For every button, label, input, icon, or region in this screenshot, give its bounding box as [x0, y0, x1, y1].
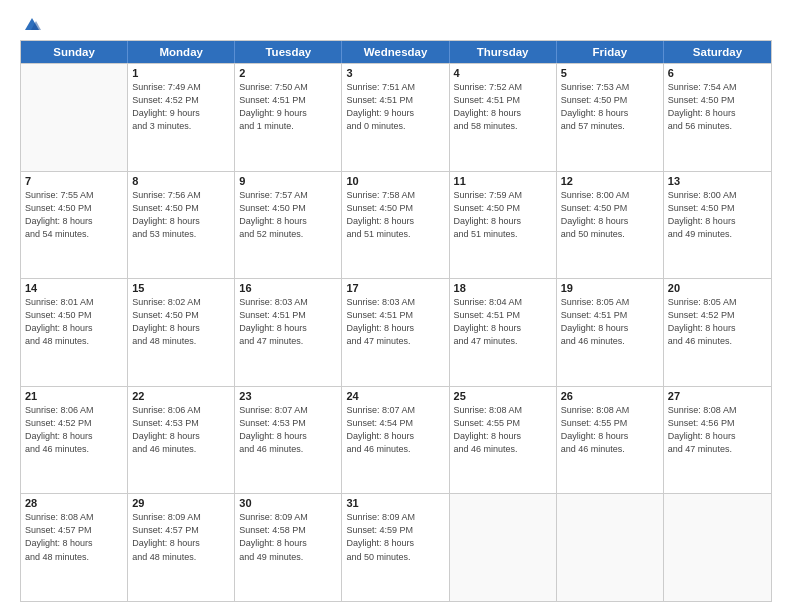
- day-info: Sunrise: 8:03 AMSunset: 4:51 PMDaylight:…: [346, 296, 444, 348]
- day-info: Sunrise: 8:07 AMSunset: 4:53 PMDaylight:…: [239, 404, 337, 456]
- cal-week-row: 21Sunrise: 8:06 AMSunset: 4:52 PMDayligh…: [21, 386, 771, 494]
- day-info: Sunrise: 8:03 AMSunset: 4:51 PMDaylight:…: [239, 296, 337, 348]
- cal-week-row: 28Sunrise: 8:08 AMSunset: 4:57 PMDayligh…: [21, 493, 771, 601]
- cal-cell: [450, 494, 557, 601]
- day-info: Sunrise: 7:54 AMSunset: 4:50 PMDaylight:…: [668, 81, 767, 133]
- day-number: 9: [239, 175, 337, 187]
- cal-cell: 20Sunrise: 8:05 AMSunset: 4:52 PMDayligh…: [664, 279, 771, 386]
- day-number: 29: [132, 497, 230, 509]
- header: [20, 16, 772, 34]
- day-info: Sunrise: 8:08 AMSunset: 4:55 PMDaylight:…: [454, 404, 552, 456]
- cal-cell: 15Sunrise: 8:02 AMSunset: 4:50 PMDayligh…: [128, 279, 235, 386]
- day-number: 31: [346, 497, 444, 509]
- cal-cell: 16Sunrise: 8:03 AMSunset: 4:51 PMDayligh…: [235, 279, 342, 386]
- cal-cell: 18Sunrise: 8:04 AMSunset: 4:51 PMDayligh…: [450, 279, 557, 386]
- calendar-header: SundayMondayTuesdayWednesdayThursdayFrid…: [21, 41, 771, 63]
- cal-cell: 31Sunrise: 8:09 AMSunset: 4:59 PMDayligh…: [342, 494, 449, 601]
- day-info: Sunrise: 8:08 AMSunset: 4:57 PMDaylight:…: [25, 511, 123, 563]
- cal-cell: 14Sunrise: 8:01 AMSunset: 4:50 PMDayligh…: [21, 279, 128, 386]
- cal-week-row: 14Sunrise: 8:01 AMSunset: 4:50 PMDayligh…: [21, 278, 771, 386]
- cal-cell: 28Sunrise: 8:08 AMSunset: 4:57 PMDayligh…: [21, 494, 128, 601]
- cal-cell: 23Sunrise: 8:07 AMSunset: 4:53 PMDayligh…: [235, 387, 342, 494]
- day-info: Sunrise: 8:07 AMSunset: 4:54 PMDaylight:…: [346, 404, 444, 456]
- cal-cell: 21Sunrise: 8:06 AMSunset: 4:52 PMDayligh…: [21, 387, 128, 494]
- day-number: 16: [239, 282, 337, 294]
- cal-cell: 11Sunrise: 7:59 AMSunset: 4:50 PMDayligh…: [450, 172, 557, 279]
- day-number: 8: [132, 175, 230, 187]
- cal-cell: 6Sunrise: 7:54 AMSunset: 4:50 PMDaylight…: [664, 64, 771, 171]
- day-info: Sunrise: 8:09 AMSunset: 4:59 PMDaylight:…: [346, 511, 444, 563]
- cal-header-day: Sunday: [21, 41, 128, 63]
- day-info: Sunrise: 7:51 AMSunset: 4:51 PMDaylight:…: [346, 81, 444, 133]
- day-number: 14: [25, 282, 123, 294]
- day-info: Sunrise: 7:50 AMSunset: 4:51 PMDaylight:…: [239, 81, 337, 133]
- day-number: 19: [561, 282, 659, 294]
- day-number: 24: [346, 390, 444, 402]
- day-info: Sunrise: 7:56 AMSunset: 4:50 PMDaylight:…: [132, 189, 230, 241]
- calendar-body: 1Sunrise: 7:49 AMSunset: 4:52 PMDaylight…: [21, 63, 771, 601]
- calendar: SundayMondayTuesdayWednesdayThursdayFrid…: [20, 40, 772, 602]
- day-number: 18: [454, 282, 552, 294]
- logo-icon: [23, 16, 41, 34]
- day-number: 21: [25, 390, 123, 402]
- day-number: 10: [346, 175, 444, 187]
- day-info: Sunrise: 7:49 AMSunset: 4:52 PMDaylight:…: [132, 81, 230, 133]
- cal-cell: 25Sunrise: 8:08 AMSunset: 4:55 PMDayligh…: [450, 387, 557, 494]
- cal-header-day: Tuesday: [235, 41, 342, 63]
- day-number: 11: [454, 175, 552, 187]
- title-block: [41, 16, 772, 18]
- day-number: 2: [239, 67, 337, 79]
- day-number: 15: [132, 282, 230, 294]
- day-info: Sunrise: 7:58 AMSunset: 4:50 PMDaylight:…: [346, 189, 444, 241]
- cal-cell: 12Sunrise: 8:00 AMSunset: 4:50 PMDayligh…: [557, 172, 664, 279]
- cal-cell: [557, 494, 664, 601]
- cal-header-day: Saturday: [664, 41, 771, 63]
- cal-cell: 29Sunrise: 8:09 AMSunset: 4:57 PMDayligh…: [128, 494, 235, 601]
- day-number: 3: [346, 67, 444, 79]
- day-info: Sunrise: 8:01 AMSunset: 4:50 PMDaylight:…: [25, 296, 123, 348]
- cal-header-day: Wednesday: [342, 41, 449, 63]
- cal-cell: 13Sunrise: 8:00 AMSunset: 4:50 PMDayligh…: [664, 172, 771, 279]
- day-number: 23: [239, 390, 337, 402]
- cal-cell: 17Sunrise: 8:03 AMSunset: 4:51 PMDayligh…: [342, 279, 449, 386]
- cal-week-row: 1Sunrise: 7:49 AMSunset: 4:52 PMDaylight…: [21, 63, 771, 171]
- cal-cell: 9Sunrise: 7:57 AMSunset: 4:50 PMDaylight…: [235, 172, 342, 279]
- cal-cell: 30Sunrise: 8:09 AMSunset: 4:58 PMDayligh…: [235, 494, 342, 601]
- cal-cell: 27Sunrise: 8:08 AMSunset: 4:56 PMDayligh…: [664, 387, 771, 494]
- cal-cell: 19Sunrise: 8:05 AMSunset: 4:51 PMDayligh…: [557, 279, 664, 386]
- day-number: 13: [668, 175, 767, 187]
- day-number: 30: [239, 497, 337, 509]
- cal-header-day: Monday: [128, 41, 235, 63]
- cal-cell: 24Sunrise: 8:07 AMSunset: 4:54 PMDayligh…: [342, 387, 449, 494]
- cal-header-day: Friday: [557, 41, 664, 63]
- cal-cell: 26Sunrise: 8:08 AMSunset: 4:55 PMDayligh…: [557, 387, 664, 494]
- day-info: Sunrise: 8:02 AMSunset: 4:50 PMDaylight:…: [132, 296, 230, 348]
- day-info: Sunrise: 8:00 AMSunset: 4:50 PMDaylight:…: [668, 189, 767, 241]
- day-info: Sunrise: 8:06 AMSunset: 4:53 PMDaylight:…: [132, 404, 230, 456]
- day-info: Sunrise: 8:04 AMSunset: 4:51 PMDaylight:…: [454, 296, 552, 348]
- day-info: Sunrise: 8:08 AMSunset: 4:55 PMDaylight:…: [561, 404, 659, 456]
- day-info: Sunrise: 7:53 AMSunset: 4:50 PMDaylight:…: [561, 81, 659, 133]
- day-info: Sunrise: 8:06 AMSunset: 4:52 PMDaylight:…: [25, 404, 123, 456]
- day-info: Sunrise: 7:57 AMSunset: 4:50 PMDaylight:…: [239, 189, 337, 241]
- day-info: Sunrise: 8:09 AMSunset: 4:57 PMDaylight:…: [132, 511, 230, 563]
- cal-cell: [664, 494, 771, 601]
- day-info: Sunrise: 8:05 AMSunset: 4:51 PMDaylight:…: [561, 296, 659, 348]
- day-number: 17: [346, 282, 444, 294]
- day-number: 26: [561, 390, 659, 402]
- cal-cell: 1Sunrise: 7:49 AMSunset: 4:52 PMDaylight…: [128, 64, 235, 171]
- day-number: 27: [668, 390, 767, 402]
- cal-cell: [21, 64, 128, 171]
- day-number: 4: [454, 67, 552, 79]
- day-number: 20: [668, 282, 767, 294]
- cal-cell: 3Sunrise: 7:51 AMSunset: 4:51 PMDaylight…: [342, 64, 449, 171]
- day-number: 25: [454, 390, 552, 402]
- day-number: 6: [668, 67, 767, 79]
- cal-header-day: Thursday: [450, 41, 557, 63]
- cal-cell: 2Sunrise: 7:50 AMSunset: 4:51 PMDaylight…: [235, 64, 342, 171]
- cal-cell: 22Sunrise: 8:06 AMSunset: 4:53 PMDayligh…: [128, 387, 235, 494]
- day-info: Sunrise: 8:09 AMSunset: 4:58 PMDaylight:…: [239, 511, 337, 563]
- logo: [20, 16, 41, 34]
- day-info: Sunrise: 8:00 AMSunset: 4:50 PMDaylight:…: [561, 189, 659, 241]
- cal-week-row: 7Sunrise: 7:55 AMSunset: 4:50 PMDaylight…: [21, 171, 771, 279]
